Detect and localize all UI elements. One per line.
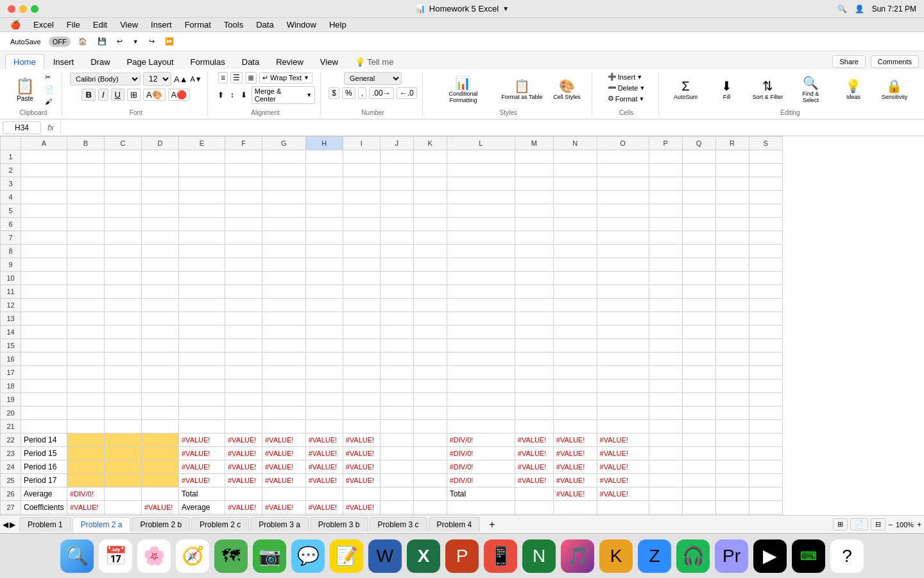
cell-D6[interactable] [142,218,179,231]
cell-C25[interactable] [105,474,142,487]
cell-J4[interactable] [380,191,413,204]
cell-M10[interactable] [515,272,553,285]
cell-D19[interactable] [142,393,179,407]
cell-F3[interactable] [225,177,262,191]
cell-F20[interactable] [225,407,262,420]
cell-O1[interactable] [597,150,649,164]
cell-D9[interactable] [142,258,179,272]
row-header-12[interactable]: 12 [1,299,21,312]
cell-O20[interactable] [597,407,649,420]
chevron-down-icon[interactable]: ▼ [502,5,509,12]
cell-G14[interactable] [262,326,306,339]
cell-M4[interactable] [515,191,553,204]
ideas-button[interactable]: 💡 Ideas [834,77,873,101]
cell-Q9[interactable] [682,258,715,272]
dock-zoom[interactable]: Z [638,539,671,573]
col-header-P[interactable]: P [649,137,682,150]
cell-Q15[interactable] [682,339,715,353]
cell-F24[interactable]: #VALUE! [225,460,262,474]
cell-M14[interactable] [515,326,553,339]
cell-O14[interactable] [597,326,649,339]
cell-S10[interactable] [749,272,782,285]
cell-P27[interactable] [649,501,682,514]
cell-A19[interactable] [21,393,67,407]
cell-I15[interactable] [343,339,380,353]
comments-button[interactable]: Comments [871,55,919,68]
cell-Q21[interactable] [682,420,715,434]
col-header-N[interactable]: N [553,137,597,150]
redo-button[interactable]: ↪ [146,36,157,47]
cell-Q26[interactable] [682,487,715,501]
row-header-18[interactable]: 18 [1,380,21,393]
row-header-23[interactable]: 23 [1,447,21,460]
cell-C2[interactable] [105,164,142,177]
dock-terminal[interactable]: ⌨ [792,539,825,573]
cell-S9[interactable] [749,258,782,272]
spreadsheet-scroll[interactable]: A B C D E F G H I J K L M N O [0,136,924,515]
cell-C15[interactable] [105,339,142,353]
cell-M11[interactable] [515,285,553,299]
cell-E14[interactable] [179,326,225,339]
cell-M9[interactable] [515,258,553,272]
cell-P20[interactable] [649,407,682,420]
cell-I17[interactable] [343,366,380,380]
cell-K11[interactable] [413,285,447,299]
cell-M12[interactable] [515,299,553,312]
cell-I12[interactable] [343,299,380,312]
cell-O5[interactable] [597,204,649,218]
row-header-22[interactable]: 22 [1,434,21,447]
cell-P26[interactable] [649,487,682,501]
tab-insert[interactable]: Insert [46,55,82,69]
cell-F2[interactable] [225,164,262,177]
cell-H3[interactable] [305,177,343,191]
cell-H9[interactable] [305,258,343,272]
cell-J12[interactable] [380,299,413,312]
col-header-F[interactable]: F [225,137,262,150]
cell-A17[interactable] [21,366,67,380]
cell-L21[interactable] [447,420,515,434]
cell-D1[interactable] [142,150,179,164]
cell-C20[interactable] [105,407,142,420]
cell-B17[interactable] [67,366,105,380]
font-family-select[interactable]: Calibri (Body) [70,73,141,85]
cell-S15[interactable] [749,339,782,353]
tab-review[interactable]: Review [268,55,311,69]
row-header-6[interactable]: 6 [1,218,21,231]
cell-J19[interactable] [380,393,413,407]
cell-N5[interactable] [553,204,597,218]
cell-E26[interactable]: Total [179,487,225,501]
cell-P4[interactable] [649,191,682,204]
cell-A12[interactable] [21,299,67,312]
cell-E19[interactable] [179,393,225,407]
cell-K9[interactable] [413,258,447,272]
cell-E12[interactable] [179,299,225,312]
cell-Q16[interactable] [682,353,715,366]
cell-H13[interactable] [305,312,343,326]
cell-E6[interactable] [179,218,225,231]
cell-N24[interactable]: #VALUE! [553,460,597,474]
borders-button[interactable]: ⊞ [127,89,141,101]
tab-page-layout[interactable]: Page Layout [119,55,182,69]
cell-N25[interactable]: #VALUE! [553,474,597,487]
cell-L18[interactable] [447,380,515,393]
share-button[interactable]: Share [832,55,865,68]
cell-D8[interactable] [142,245,179,258]
cell-L23[interactable]: #DIV/0! [447,447,515,460]
row-header-1[interactable]: 1 [1,150,21,164]
cell-P9[interactable] [649,258,682,272]
cell-H21[interactable] [305,420,343,434]
cell-H6[interactable] [305,218,343,231]
cell-P6[interactable] [649,218,682,231]
cell-O12[interactable] [597,299,649,312]
cell-K1[interactable] [413,150,447,164]
cell-F8[interactable] [225,245,262,258]
cell-R15[interactable] [715,339,749,353]
cell-D10[interactable] [142,272,179,285]
cell-S2[interactable] [749,164,782,177]
cell-L12[interactable] [447,299,515,312]
cell-B9[interactable] [67,258,105,272]
cell-S4[interactable] [749,191,782,204]
cell-O24[interactable]: #VALUE! [597,460,649,474]
cell-O25[interactable]: #VALUE! [597,474,649,487]
cell-M16[interactable] [515,353,553,366]
